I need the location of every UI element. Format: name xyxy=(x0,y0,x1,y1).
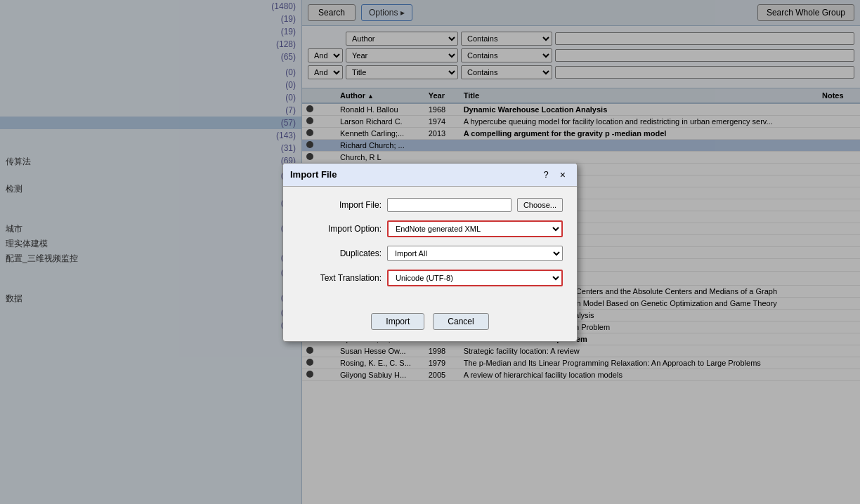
text-translation-label: Text Translation: xyxy=(297,273,382,283)
import-option-row: Import Option: EndNote generated XMLBibT… xyxy=(297,220,563,237)
import-option-label: Import Option: xyxy=(297,224,382,234)
text-translation-select[interactable]: Unicode (UTF-8)No TranslationWestern Eur… xyxy=(387,270,563,286)
duplicates-row: Duplicates: Import AllDiscard Duplicates… xyxy=(297,246,563,261)
modal-help-button[interactable]: ? xyxy=(540,168,553,182)
import-option-select[interactable]: EndNote generated XMLBibTeXRISRefMan RIS… xyxy=(387,220,563,237)
text-translation-row: Text Translation: Unicode (UTF-8)No Tran… xyxy=(297,270,563,286)
modal-title: Import File xyxy=(290,169,337,180)
import-file-label: Import File: xyxy=(297,200,382,210)
duplicates-select[interactable]: Import AllDiscard DuplicatesImport into … xyxy=(387,246,563,261)
modal-body: Import File: Choose... Import Option: En… xyxy=(283,187,577,306)
import-file-row: Import File: Choose... xyxy=(297,198,563,212)
duplicates-label: Duplicates: xyxy=(297,248,382,258)
import-button[interactable]: Import xyxy=(371,313,424,330)
import-file-modal: Import File ? × Import File: Choose... I… xyxy=(282,163,578,342)
modal-header: Import File ? × xyxy=(283,164,577,187)
cancel-button[interactable]: Cancel xyxy=(433,313,488,330)
modal-overlay: Import File ? × Import File: Choose... I… xyxy=(0,0,860,504)
import-file-input[interactable] xyxy=(387,198,512,212)
modal-footer: Import Cancel xyxy=(283,306,577,341)
modal-close-button[interactable]: × xyxy=(556,168,570,182)
choose-button[interactable]: Choose... xyxy=(517,198,563,212)
